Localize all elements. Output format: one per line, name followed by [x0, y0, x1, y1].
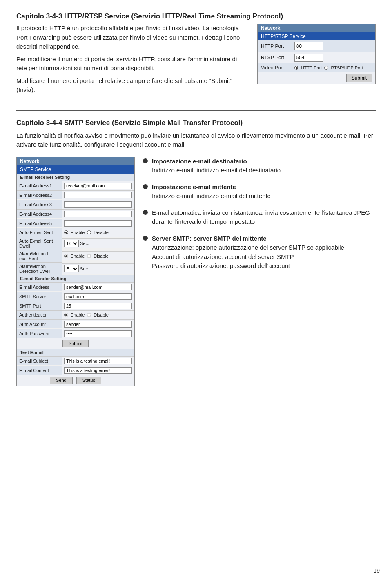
smtp-auth-row: Authentication Enable Disable [17, 310, 134, 319]
alarm-sent-enable-label: Enable [71, 254, 85, 259]
smtp-status-button[interactable]: Status [76, 377, 101, 384]
smtp-auth-password-row: Auth Password [17, 329, 134, 338]
smtp-test-subject-value [62, 356, 134, 366]
smtp-submit-row: Submit [17, 338, 134, 349]
video-port-radio-group: HTTP Port RTSP/UDP Port [294, 65, 372, 70]
smtp-content-area: Network SMTP Service E-mail Receiver Set… [16, 157, 376, 386]
smtp-send-button[interactable]: Send [50, 377, 73, 384]
smtp-bullets-panel: Impostazione e-mail destinatario Indiriz… [143, 157, 376, 278]
smtp-auto-dwell-row: Auto E-mail Sent Dwell 60 Sec. [17, 237, 134, 250]
smtp-auto-sent-label: Auto E-mail Sent [17, 228, 62, 237]
bullet-1-body: Indirizzo e-mail: indirizzo e-mail del d… [152, 167, 281, 174]
smtp-screenshot: Network SMTP Service E-mail Receiver Set… [16, 157, 135, 386]
http-para2: Per modificare il numero di porta del se… [16, 55, 249, 73]
smtp-email-addr2-row: E-mail Address2 [17, 190, 134, 200]
smtp-email-addr4-label: E-mail Address4 [17, 209, 62, 218]
smtp-email-addr5-label: E-mail Address5 [17, 219, 62, 227]
http-port-value [291, 40, 375, 52]
smtp-alarm-dwell-label: Alarm/Motion Detection Dwell [17, 262, 62, 275]
http-submit-button[interactable]: Submit [346, 74, 372, 82]
smtp-email-addr2-input[interactable] [64, 192, 132, 198]
bullet-4-body: Autorizzazione: opzione autorizzazione d… [152, 244, 344, 269]
smtp-email-addr4-row: E-mail Address4 [17, 209, 134, 219]
smtp-email-addr5-input[interactable] [64, 220, 132, 227]
smtp-alarm-dwell-value: 5 Sec. [62, 263, 134, 274]
bullet-2: Impostazione e-mail mittente Indirizzo e… [143, 183, 376, 201]
smtp-alarm-dwell-select[interactable]: 5 [64, 265, 79, 272]
alarm-sent-enable-radio[interactable] [64, 254, 68, 258]
bullet-2-dot [143, 184, 148, 189]
http-port-radio[interactable] [294, 66, 298, 70]
smtp-alarm-sent-row: Alarm/Motion E-mail Sent Enable Disable [17, 250, 134, 262]
smtp-email-addr1-row: E-mail Address1 [17, 181, 134, 190]
smtp-email-addr1-input[interactable] [64, 183, 132, 189]
smtp-test-content-value [62, 366, 134, 375]
smtp-email-addr3-input[interactable] [64, 201, 132, 208]
smtp-sender-email-value [62, 282, 134, 292]
chapter-smtp-title: Capitolo 3-4-4 SMTP Service (Servizio Si… [16, 119, 376, 127]
auth-radio-group: Enable Disable [64, 312, 109, 317]
smtp-email-addr3-label: E-mail Address3 [17, 200, 62, 209]
auto-sent-disable-radio[interactable] [87, 230, 91, 234]
smtp-email-addr4-input[interactable] [64, 211, 132, 217]
bullet-2-title: Impostazione e-mail mittente [152, 183, 236, 190]
http-para3: Modificare il numero di porta nel relati… [16, 76, 249, 95]
chapter-smtp-section: Capitolo 3-4-4 SMTP Service (Servizio Si… [16, 119, 376, 386]
smtp-port-label: SMTP Port [17, 301, 62, 310]
smtp-para1: La funzionalità di notifica avviso o mov… [16, 131, 376, 149]
smtp-test-content-label: E-mail Content [17, 366, 62, 375]
table-row: HTTP Port [258, 40, 375, 52]
network-http-title: Network [258, 24, 375, 32]
smtp-auth-account-value [62, 319, 134, 329]
smtp-port-input[interactable] [64, 303, 132, 309]
rtsp-port-value [291, 52, 375, 63]
smtp-submit-button[interactable]: Submit [62, 340, 89, 347]
smtp-sender-email-input[interactable] [64, 284, 132, 290]
bullet-2-body: Indirizzo e-mail: indirizzo e-mail del m… [152, 192, 271, 199]
smtp-net-subtitle: SMTP Service [17, 165, 134, 174]
auto-sent-enable-label: Enable [71, 230, 85, 235]
http-port-radio-label: HTTP Port [301, 65, 322, 70]
smtp-server-value [62, 292, 134, 301]
alarm-sent-disable-radio[interactable] [87, 254, 91, 258]
bullet-4-dot [143, 236, 148, 241]
rtsp-udp-radio[interactable] [324, 66, 328, 70]
auth-disable-radio[interactable] [87, 313, 91, 317]
auto-sent-disable-label: Disable [94, 230, 109, 235]
http-port-input[interactable] [294, 42, 323, 50]
smtp-auto-dwell-value: 60 Sec. [62, 238, 134, 248]
network-http-subtitle: HTTP/RTSP Service [258, 32, 375, 40]
smtp-auto-dwell-label: Auto E-mail Sent Dwell [17, 237, 62, 250]
smtp-test-content-input[interactable] [64, 367, 132, 374]
bullet-3-text: E-mail automatica inviata con istantanea… [152, 208, 376, 227]
smtp-alarm-dwell-unit: Sec. [80, 266, 89, 271]
smtp-auto-sent-row: Auto E-mail Sent Enable Disable [17, 228, 134, 237]
section-divider [16, 110, 376, 111]
smtp-email-addr1-label: E-mail Address1 [17, 181, 62, 190]
smtp-alarm-sent-value: Enable Disable [62, 251, 134, 260]
smtp-auth-password-input[interactable] [64, 330, 132, 337]
rtsp-port-input[interactable] [294, 54, 323, 62]
table-row: Video Port HTTP Port RTSP/UDP Port [258, 63, 375, 72]
http-submit-row: Submit [258, 72, 375, 84]
smtp-auto-dwell-select[interactable]: 60 [64, 240, 79, 247]
smtp-sender-email-label: E-mail Address [17, 282, 62, 291]
auth-enable-radio[interactable] [64, 313, 68, 317]
smtp-test-btn-row: Send Status [17, 375, 134, 386]
alarm-sent-radio-group: Enable Disable [64, 254, 109, 259]
rtsp-udp-radio-label: RTSP/UDP Port [331, 65, 363, 70]
auto-sent-enable-radio[interactable] [64, 230, 68, 234]
smtp-email-addr3-row: E-mail Address3 [17, 200, 134, 209]
smtp-test-subject-label: E-mail Subject [17, 356, 62, 365]
smtp-sender-email-row: E-mail Address [17, 282, 134, 292]
table-row: RTSP Port [258, 52, 375, 63]
smtp-server-input[interactable] [64, 293, 132, 300]
smtp-auth-account-label: Auth Account [17, 319, 62, 328]
smtp-test-subject-input[interactable] [64, 358, 132, 364]
network-http-table: HTTP Port RTSP Port Video Port HTTP Port [258, 40, 375, 72]
smtp-server-label: SMTP Server [17, 292, 62, 301]
smtp-test-content-row: E-mail Content [17, 366, 134, 375]
http-content-area: Il protocollo HTTP è un protocollo affid… [16, 24, 376, 98]
smtp-email-addr5-row: E-mail Address5 [17, 219, 134, 228]
smtp-auth-account-input[interactable] [64, 321, 132, 328]
